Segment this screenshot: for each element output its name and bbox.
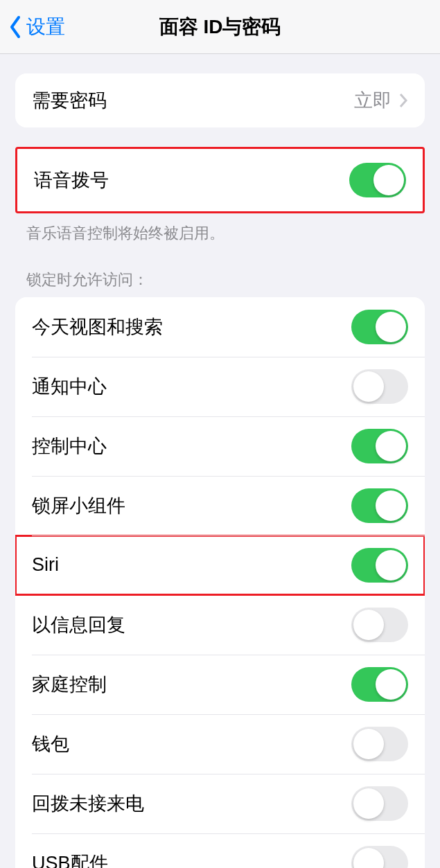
back-button[interactable]: 设置 xyxy=(0,14,65,40)
voice-dial-row: 语音拨号 xyxy=(17,149,423,211)
voice-dial-group: 语音拨号 xyxy=(15,147,425,213)
require-passcode-group: 需要密码 立即 xyxy=(15,73,425,127)
require-passcode-row[interactable]: 需要密码 立即 xyxy=(15,73,425,127)
lock-access-toggle[interactable] xyxy=(351,727,408,761)
require-passcode-label: 需要密码 xyxy=(32,88,107,113)
lock-access-label: Siri xyxy=(32,554,59,576)
lock-access-row: 钱包 xyxy=(15,714,425,774)
lock-access-row: 以信息回复 xyxy=(15,595,425,655)
lock-access-toggle[interactable] xyxy=(351,488,408,523)
lock-access-toggle[interactable] xyxy=(351,369,408,404)
require-passcode-value-text: 立即 xyxy=(354,88,391,113)
lock-access-toggle[interactable] xyxy=(351,310,408,344)
lock-access-toggle[interactable] xyxy=(351,548,408,583)
back-label: 设置 xyxy=(26,14,65,40)
voice-dial-label: 语音拨号 xyxy=(34,168,109,193)
lock-access-row: 通知中心 xyxy=(15,357,425,416)
lock-access-label: USB配件 xyxy=(32,851,108,868)
lock-access-row: Siri xyxy=(15,535,425,595)
lock-access-row: 回拨未接来电 xyxy=(15,774,425,833)
lock-access-label: 今天视图和搜索 xyxy=(32,315,163,339)
chevron-left-icon xyxy=(8,15,22,39)
lock-access-label: 家庭控制 xyxy=(32,672,107,697)
voice-dial-toggle[interactable] xyxy=(349,163,406,197)
lock-access-row: USB配件 xyxy=(15,833,425,868)
lock-access-label: 回拨未接来电 xyxy=(32,791,144,816)
lock-access-toggle[interactable] xyxy=(351,667,408,702)
lock-access-label: 锁屏小组件 xyxy=(32,493,125,518)
lock-access-label: 钱包 xyxy=(32,732,69,756)
lock-access-group: 今天视图和搜索通知中心控制中心锁屏小组件Siri以信息回复家庭控制钱包回拨未接来… xyxy=(15,297,425,868)
lock-access-row: 控制中心 xyxy=(15,416,425,476)
lock-access-toggle[interactable] xyxy=(351,846,408,868)
lock-access-header: 锁定时允许访问： xyxy=(0,245,440,297)
lock-access-label: 通知中心 xyxy=(32,374,107,399)
lock-access-toggle[interactable] xyxy=(351,786,408,821)
lock-access-toggle[interactable] xyxy=(351,429,408,463)
lock-access-row: 家庭控制 xyxy=(15,655,425,714)
lock-access-label: 控制中心 xyxy=(32,434,107,459)
page-title: 面容 ID与密码 xyxy=(0,14,440,40)
chevron-right-icon xyxy=(398,92,408,109)
lock-access-toggle[interactable] xyxy=(351,608,408,642)
voice-dial-footer: 音乐语音控制将始终被启用。 xyxy=(0,213,440,245)
require-passcode-value: 立即 xyxy=(354,88,408,113)
lock-access-label: 以信息回复 xyxy=(32,612,125,637)
lock-access-row: 今天视图和搜索 xyxy=(15,297,425,357)
lock-access-row: 锁屏小组件 xyxy=(15,476,425,535)
navigation-bar: 设置 面容 ID与密码 xyxy=(0,0,440,54)
